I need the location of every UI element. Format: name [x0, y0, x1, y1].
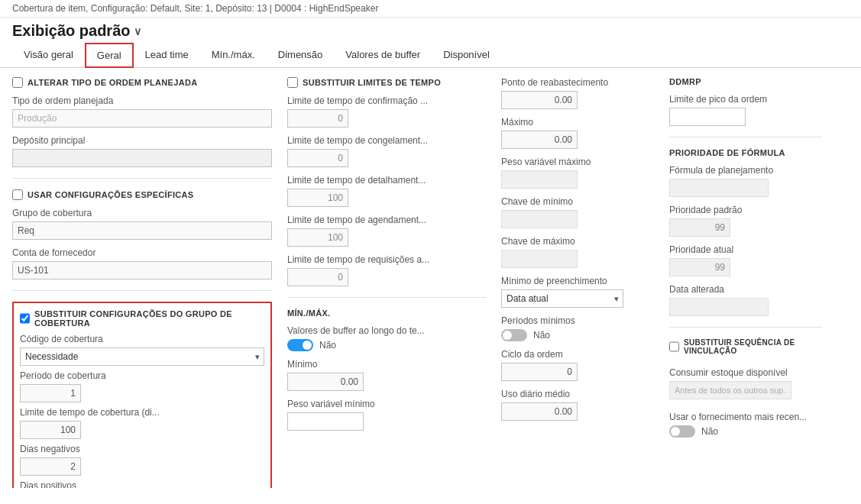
limite-requisicoes-field: Limite de tempo de requisições a... — [287, 254, 486, 286]
tipo-ordem-input[interactable] — [12, 109, 272, 128]
uso-diario-medio-input[interactable] — [501, 402, 578, 421]
periodos-minimos-toggle[interactable] — [501, 329, 527, 341]
limite-agendamento-input[interactable] — [287, 228, 348, 247]
grupo-cobertura-field: Grupo de cobertura — [12, 208, 272, 240]
breadcrumb: Cobertura de item, Configuração: Default… — [0, 0, 861, 18]
data-alterada-input[interactable] — [669, 298, 769, 316]
minimo-field: Mínimo — [287, 359, 486, 391]
substituir-grupo-section: SUBSTITUIR CONFIGURAÇÕES DO GRUPO DE COB… — [12, 302, 272, 488]
column-4: DDMRP Limite de pico da ordem PRIORIDADE… — [669, 77, 822, 479]
formula-planejamento-field: Fórmula de planejamento — [669, 165, 822, 197]
tab-geral[interactable]: Geral — [85, 43, 134, 68]
substituir-sequencia-row: SUBSTITUIR SEQUÊNCIA DE VINCULAÇÃO — [669, 338, 822, 355]
chave-maximo-field: Chave de máximo — [501, 236, 654, 268]
usar-fornecimento-toggle-row: Não — [669, 425, 822, 438]
peso-variavel-maximo-input[interactable] — [501, 170, 578, 189]
ponto-reabastecimento-input[interactable] — [501, 91, 578, 109]
page-title: Exibição padrão ∨ — [0, 18, 861, 43]
maximo-field: Máximo — [501, 117, 654, 149]
periodos-minimos-toggle-label: Não — [533, 330, 550, 341]
alterar-tipo-label: ALTERAR TIPO DE ORDEM PLANEJADA — [28, 78, 197, 87]
valores-buffer-toggle-label: Não — [319, 340, 336, 351]
limite-tempo-cobertura-input[interactable] — [20, 421, 81, 439]
dias-negativos-field: Dias negativos — [20, 444, 264, 476]
limite-detalhamento-field: Limite de tempo de detalhament... — [287, 175, 486, 207]
valores-buffer-toggle-row: Não — [287, 339, 486, 351]
tab-dimensao[interactable]: Dimensão — [267, 43, 335, 68]
tab-visao-geral[interactable]: Visão geral — [12, 43, 85, 68]
usar-config-checkbox[interactable] — [12, 189, 23, 200]
valores-buffer-toggle[interactable] — [287, 339, 313, 351]
tab-lead-time[interactable]: Lead time — [134, 43, 200, 68]
chave-minimo-input[interactable] — [501, 210, 578, 228]
tabs-bar: Visão geral Geral Lead time Mín./máx. Di… — [0, 43, 861, 68]
substituir-sequencia-checkbox[interactable] — [669, 341, 679, 352]
usar-fornecimento-toggle[interactable] — [669, 425, 695, 438]
chave-maximo-input[interactable] — [501, 250, 578, 268]
substituir-sequencia-label: SUBSTITUIR SEQUÊNCIA DE VINCULAÇÃO — [684, 338, 822, 355]
prioridade-padrao-field: Prioridade padrão — [669, 205, 822, 237]
minimo-preenchimento-field: Mínimo de preenchimento Data atual — [501, 276, 654, 308]
minimo-preenchimento-select-wrapper: Data atual — [501, 289, 623, 308]
limite-pico-input[interactable] — [669, 108, 746, 126]
limite-agendamento-field: Limite de tempo de agendament... — [287, 215, 486, 247]
tab-disponivel[interactable]: Disponível — [432, 43, 501, 68]
peso-variavel-maximo-field: Peso variável máximo — [501, 157, 654, 189]
data-alterada-field: Data alterada — [669, 284, 822, 316]
peso-variavel-minimo-field: Peso variável mínimo — [287, 399, 486, 431]
periodo-cobertura-input[interactable] — [20, 384, 81, 402]
limite-pico-field: Limite de pico da ordem — [669, 94, 822, 126]
min-max-section-label: MÍN./MÁX. — [287, 309, 486, 318]
main-content: ALTERAR TIPO DE ORDEM PLANEJADA Tipo de … — [0, 68, 861, 488]
codigo-cobertura-field: Código de cobertura Necessidade — [20, 334, 264, 366]
dias-positivos-field: Dias positivos — [20, 480, 264, 488]
substituir-grupo-row: SUBSTITUIR CONFIGURAÇÕES DO GRUPO DE COB… — [20, 309, 264, 328]
consumir-estoque-field: Consumir estoque disponível — [669, 367, 822, 399]
peso-variavel-minimo-input[interactable] — [287, 412, 364, 431]
prioridade-padrao-input[interactable] — [669, 218, 730, 237]
substituir-grupo-checkbox[interactable] — [20, 313, 30, 324]
chave-minimo-field: Chave de mínimo — [501, 196, 654, 228]
codigo-cobertura-select[interactable]: Necessidade — [20, 347, 264, 366]
alterar-tipo-row: ALTERAR TIPO DE ORDEM PLANEJADA — [12, 77, 272, 88]
prioridade-formula-section-label: PRIORIDADE DE FÓRMULA — [669, 148, 822, 157]
formula-planejamento-input[interactable] — [669, 179, 769, 197]
dias-negativos-input[interactable] — [20, 457, 81, 476]
limite-confirmacao-input[interactable] — [287, 109, 348, 128]
tab-min-max[interactable]: Mín./máx. — [200, 43, 267, 68]
codigo-cobertura-select-wrapper: Necessidade — [20, 347, 264, 366]
periodos-minimos-field: Períodos mínimos Não — [501, 315, 654, 341]
alterar-tipo-checkbox[interactable] — [12, 77, 23, 88]
limite-detalhamento-input[interactable] — [287, 189, 348, 207]
deposito-input[interactable] — [12, 149, 272, 167]
usar-config-label: USAR CONFIGURAÇÕES ESPECÍFICAS — [28, 190, 193, 199]
limite-congelamento-field: Limite de tempo de congelament... — [287, 135, 486, 167]
ciclo-ordem-input[interactable] — [501, 363, 578, 381]
ddmrp-section-label: DDMRP — [669, 77, 822, 86]
grupo-cobertura-input[interactable] — [12, 221, 272, 240]
chevron-icon[interactable]: ∨ — [134, 25, 141, 37]
column-3: Ponto de reabastecimento Máximo Peso var… — [501, 77, 654, 479]
tab-valores-buffer[interactable]: Valores de buffer — [334, 43, 432, 68]
consumir-estoque-input[interactable] — [669, 381, 791, 399]
usar-fornecimento-field: Usar o fornecimento mais recen... Não — [669, 412, 822, 438]
prioridade-atual-input[interactable] — [669, 258, 730, 276]
limite-confirmacao-field: Limite de tempo de confirmação ... — [287, 95, 486, 128]
limite-tempo-cobertura-field: Limite de tempo de cobertura (di... — [20, 407, 264, 439]
limite-congelamento-input[interactable] — [287, 149, 348, 167]
minimo-preenchimento-select[interactable]: Data atual — [501, 289, 623, 308]
periodos-minimos-toggle-row: Não — [501, 329, 654, 341]
valores-buffer-field: Valores de buffer ao longo do te... Não — [287, 325, 486, 351]
limite-requisicoes-input[interactable] — [287, 268, 348, 286]
ciclo-ordem-field: Ciclo da ordem — [501, 349, 654, 381]
minimo-input[interactable] — [287, 373, 364, 391]
substituir-limites-checkbox[interactable] — [287, 77, 298, 88]
conta-fornecedor-field: Conta de fornecedor — [12, 247, 272, 279]
usar-fornecimento-toggle-label: Não — [701, 426, 718, 437]
conta-fornecedor-input[interactable] — [12, 261, 272, 279]
substituir-limites-row: SUBSTITUIR LIMITES DE TEMPO — [287, 77, 486, 88]
prioridade-atual-field: Prioridade atual — [669, 244, 822, 276]
maximo-input[interactable] — [501, 131, 578, 149]
periodo-cobertura-field: Período de cobertura — [20, 370, 264, 402]
usar-config-row: USAR CONFIGURAÇÕES ESPECÍFICAS — [12, 189, 272, 200]
